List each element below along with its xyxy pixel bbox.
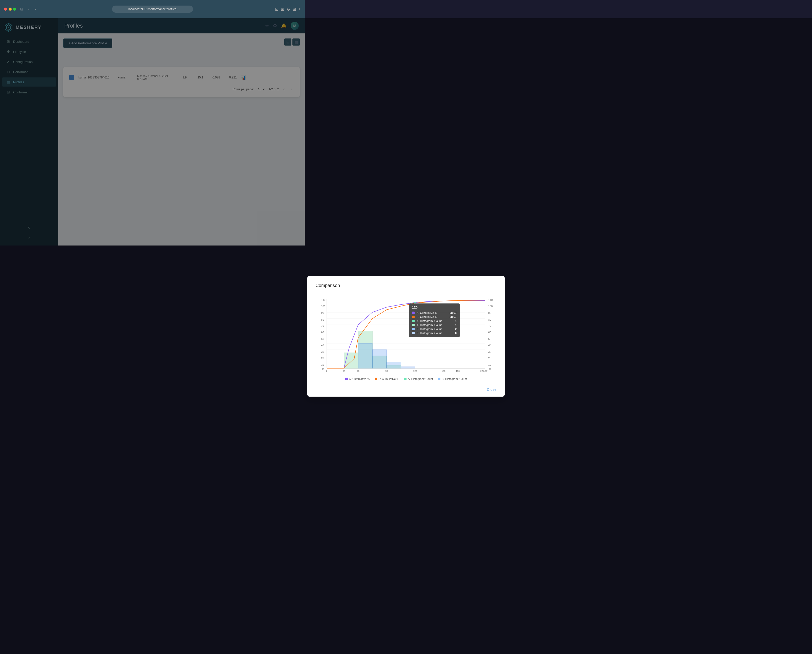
- browser-chrome: ⊟ ‹ › localhost:9081/performance/profile…: [0, 0, 305, 18]
- sidebar-toggle-button[interactable]: ⊟: [19, 6, 24, 12]
- extensions-icon[interactable]: ⊞: [281, 7, 284, 12]
- forward-button[interactable]: ›: [34, 6, 37, 12]
- modal-overlay[interactable]: Comparison 110 100 90 80 70 60 50 40 30 …: [0, 18, 305, 246]
- share-icon[interactable]: ⊡: [275, 7, 278, 12]
- back-button[interactable]: ‹: [27, 6, 31, 12]
- apps-icon[interactable]: ⊞: [293, 7, 296, 12]
- settings-icon[interactable]: ⚙: [287, 7, 290, 12]
- maximize-traffic-light[interactable]: [13, 8, 16, 11]
- traffic-lights: [4, 8, 16, 11]
- url-text: localhost:9081/performance/profiles: [128, 7, 176, 11]
- address-bar[interactable]: localhost:9081/performance/profiles: [112, 6, 193, 13]
- close-traffic-light[interactable]: [4, 8, 7, 11]
- minimize-traffic-light[interactable]: [9, 8, 12, 11]
- browser-toolbar: ⊡ ⊞ ⚙ ⊞ +: [275, 7, 301, 12]
- new-tab-icon[interactable]: +: [299, 7, 301, 12]
